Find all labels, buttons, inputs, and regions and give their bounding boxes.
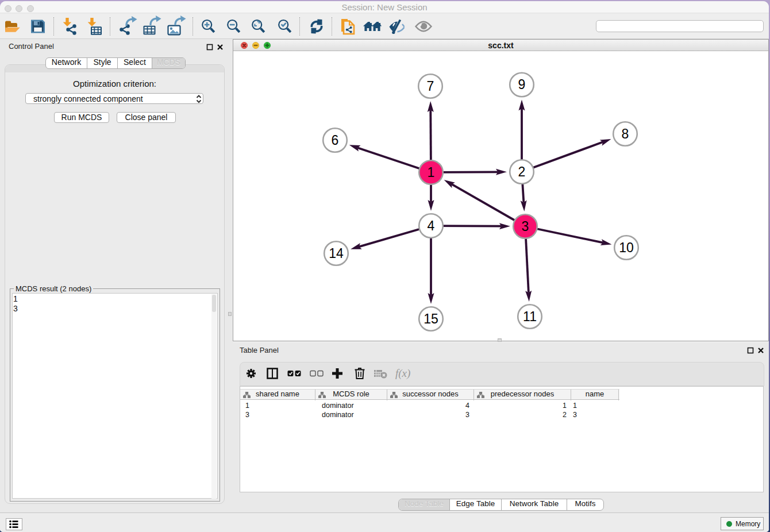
svg-text:9: 9 (518, 77, 526, 92)
svg-text:4: 4 (428, 218, 435, 233)
svg-text:15: 15 (424, 311, 438, 326)
svg-text:3: 3 (522, 219, 529, 234)
svg-text:11: 11 (523, 309, 537, 324)
svg-text:8: 8 (622, 126, 629, 141)
svg-text:10: 10 (619, 240, 634, 255)
svg-text:7: 7 (427, 79, 434, 94)
svg-text:14: 14 (329, 246, 344, 261)
svg-text:1: 1 (428, 165, 435, 180)
svg-text:2: 2 (518, 164, 526, 179)
svg-text:6: 6 (332, 133, 339, 148)
